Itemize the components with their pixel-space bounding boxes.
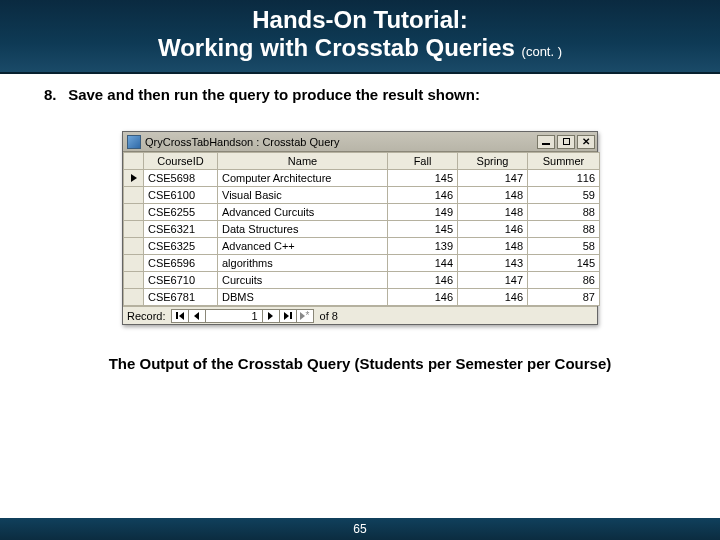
row-selector-header [124,153,144,170]
cell-name[interactable]: Visual Basic [218,187,388,204]
cell-fall[interactable]: 146 [388,272,458,289]
window-maximize-button[interactable] [557,135,575,149]
cell-name[interactable]: Advanced Curcuits [218,204,388,221]
cell-summer[interactable]: 59 [528,187,600,204]
table-row[interactable]: CSE6781DBMS14614687 [124,289,600,306]
cell-name[interactable]: Computer Architecture [218,170,388,187]
result-table: CourseID Name Fall Spring Summer CSE5698… [123,152,600,306]
col-fall[interactable]: Fall [388,153,458,170]
cell-spring[interactable]: 147 [458,272,528,289]
cell-fall[interactable]: 146 [388,187,458,204]
window-close-button[interactable]: ✕ [577,135,595,149]
step-text: Save and then run the query to produce t… [68,86,480,103]
row-selector[interactable] [124,187,144,204]
cell-fall[interactable]: 139 [388,238,458,255]
cell-fall[interactable]: 144 [388,255,458,272]
slide-title-band: Hands-On Tutorial: Working with Crosstab… [0,0,720,74]
cell-fall[interactable]: 146 [388,289,458,306]
cell-summer[interactable]: 116 [528,170,600,187]
window-minimize-button[interactable] [537,135,555,149]
page-number: 65 [353,522,366,536]
slide-footer: 65 [0,518,720,540]
col-spring[interactable]: Spring [458,153,528,170]
current-row-marker-icon [131,174,137,182]
cell-fall[interactable]: 149 [388,204,458,221]
cell-courseid[interactable]: CSE6100 [144,187,218,204]
row-selector[interactable] [124,221,144,238]
cell-spring[interactable]: 148 [458,204,528,221]
query-result-window: QryCrossTabHandson : Crosstab Query ✕ Co… [122,131,598,325]
cell-courseid[interactable]: CSE6781 [144,289,218,306]
cell-spring[interactable]: 143 [458,255,528,272]
row-selector[interactable] [124,272,144,289]
cell-summer[interactable]: 88 [528,221,600,238]
cell-summer[interactable]: 145 [528,255,600,272]
cell-spring[interactable]: 146 [458,289,528,306]
cell-name[interactable]: DBMS [218,289,388,306]
cell-courseid[interactable]: CSE5698 [144,170,218,187]
figure-caption: The Output of the Crosstab Query (Studen… [44,355,676,372]
table-row[interactable]: CSE6321Data Structures14514688 [124,221,600,238]
table-row[interactable]: CSE6596algorithms144143145 [124,255,600,272]
cell-summer[interactable]: 86 [528,272,600,289]
step-number: 8. [44,86,64,103]
cell-courseid[interactable]: CSE6255 [144,204,218,221]
cell-name[interactable]: algorithms [218,255,388,272]
row-selector[interactable] [124,238,144,255]
cell-courseid[interactable]: CSE6596 [144,255,218,272]
record-total: 8 [332,310,338,322]
cell-name[interactable]: Curcuits [218,272,388,289]
nav-last-button[interactable] [279,309,297,323]
record-current-input[interactable] [205,309,263,323]
slide-title-text: Working with Crosstab Queries [158,34,515,61]
cell-courseid[interactable]: CSE6321 [144,221,218,238]
record-of-label: of [320,310,329,322]
slide-title-line1: Hands-On Tutorial: [10,6,710,34]
table-row[interactable]: CSE5698Computer Architecture145147116 [124,170,600,187]
row-selector[interactable] [124,255,144,272]
window-titlebar[interactable]: QryCrossTabHandson : Crosstab Query ✕ [123,132,597,152]
col-name[interactable]: Name [218,153,388,170]
cell-fall[interactable]: 145 [388,221,458,238]
window-app-icon [127,135,141,149]
cell-summer[interactable]: 58 [528,238,600,255]
table-row[interactable]: CSE6710Curcuits14614786 [124,272,600,289]
cell-spring[interactable]: 148 [458,187,528,204]
cell-summer[interactable]: 88 [528,204,600,221]
slide-title-cont: (cont. ) [522,44,562,59]
window-title: QryCrossTabHandson : Crosstab Query [145,136,535,148]
nav-first-button[interactable] [171,309,189,323]
nav-new-button[interactable] [296,309,314,323]
record-label: Record: [127,310,166,322]
cell-spring[interactable]: 146 [458,221,528,238]
cell-name[interactable]: Data Structures [218,221,388,238]
row-selector[interactable] [124,170,144,187]
row-selector[interactable] [124,289,144,306]
nav-prev-button[interactable] [188,309,206,323]
cell-fall[interactable]: 145 [388,170,458,187]
table-header-row: CourseID Name Fall Spring Summer [124,153,600,170]
cell-spring[interactable]: 147 [458,170,528,187]
cell-courseid[interactable]: CSE6325 [144,238,218,255]
cell-summer[interactable]: 87 [528,289,600,306]
step-8: 8. Save and then run the query to produc… [44,86,676,103]
table-row[interactable]: CSE6255Advanced Curcuits14914888 [124,204,600,221]
cell-spring[interactable]: 148 [458,238,528,255]
query-grid: CourseID Name Fall Spring Summer CSE5698… [123,152,597,306]
nav-next-button[interactable] [262,309,280,323]
col-courseid[interactable]: CourseID [144,153,218,170]
record-navigator: Record: of 8 [123,306,597,324]
record-of: of 8 [320,310,338,322]
row-selector[interactable] [124,204,144,221]
cell-courseid[interactable]: CSE6710 [144,272,218,289]
cell-name[interactable]: Advanced C++ [218,238,388,255]
slide-title-line2: Working with Crosstab Queries (cont. ) [10,34,710,62]
slide-content: 8. Save and then run the query to produc… [0,74,720,372]
table-row[interactable]: CSE6100Visual Basic14614859 [124,187,600,204]
table-row[interactable]: CSE6325Advanced C++13914858 [124,238,600,255]
col-summer[interactable]: Summer [528,153,600,170]
